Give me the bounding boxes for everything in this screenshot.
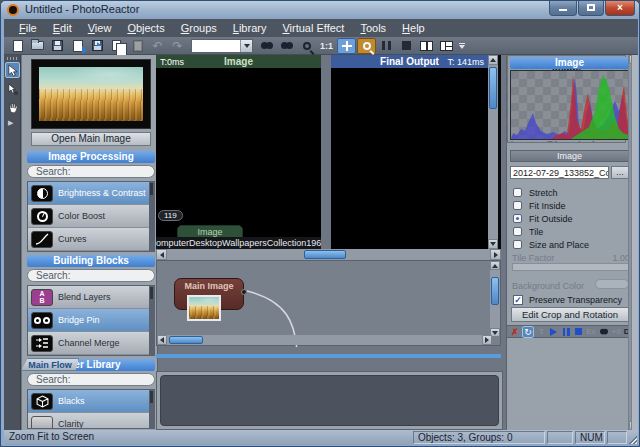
paste-button[interactable]	[128, 38, 147, 54]
fit-to-screen-button[interactable]	[337, 38, 356, 54]
find-prev-button[interactable]	[277, 38, 296, 54]
menu-file[interactable]: File	[12, 20, 44, 36]
node-vscrollbar[interactable]	[490, 261, 500, 337]
list-item[interactable]: AB Blend Layers	[28, 286, 154, 309]
select-tool-button[interactable]	[5, 62, 20, 78]
preserve-transparency-option[interactable]: ✓ Preserve Transparency	[513, 294, 622, 305]
list-item[interactable]: Brightness & Contrast	[28, 182, 154, 205]
option-tile[interactable]: Tile	[513, 226, 543, 237]
menu-view[interactable]: View	[81, 20, 119, 36]
import-button[interactable]	[68, 38, 87, 54]
open-main-image-button[interactable]: Open Main Image	[31, 132, 151, 146]
menu-help[interactable]: Help	[395, 20, 432, 36]
vscroll-thumb[interactable]	[489, 67, 497, 109]
scroll-right-button[interactable]	[490, 249, 501, 260]
search-input-building-blocks[interactable]: Search:	[27, 269, 155, 282]
list-scrollbar[interactable]	[149, 390, 154, 428]
add-zero-button[interactable]: +0	[612, 326, 621, 337]
vscroll-thumb[interactable]	[491, 277, 499, 305]
checkbox-checked-icon[interactable]: ✓	[513, 295, 523, 305]
text-tool-button[interactable]: T	[537, 326, 546, 337]
find-button[interactable]	[599, 326, 609, 337]
toolstrip-grip[interactable]	[7, 57, 18, 60]
redo-button[interactable]: ↷	[168, 38, 187, 54]
maximize-button[interactable]	[578, 1, 604, 16]
list-item[interactable]: Blacks	[28, 390, 154, 413]
menu-tools[interactable]: Tools	[353, 20, 393, 36]
auto-refresh-button[interactable]: ↻	[522, 326, 533, 338]
edit-crop-rotation-button[interactable]: Edit Crop and Rotation	[511, 307, 629, 322]
stop-button[interactable]	[397, 38, 416, 54]
select-special-tool-button[interactable]	[5, 81, 20, 97]
menu-library[interactable]: Library	[226, 20, 274, 36]
find-next-button[interactable]	[257, 38, 276, 54]
scroll-right-button[interactable]	[482, 335, 492, 345]
search-input-user-library[interactable]: Search:	[27, 373, 155, 386]
node-editor-canvas[interactable]: Main Image	[156, 260, 501, 346]
final-output-body[interactable]	[331, 68, 488, 249]
list-item[interactable]: Curves	[28, 228, 154, 251]
copy-button[interactable]	[108, 38, 127, 54]
layout-button[interactable]	[437, 38, 456, 54]
hscroll-thumb[interactable]	[304, 250, 346, 259]
node-hscrollbar[interactable]	[157, 335, 492, 345]
split-view-button[interactable]	[417, 38, 436, 54]
timeline-panel-body[interactable]	[160, 375, 499, 426]
browse-button[interactable]: ...	[611, 166, 629, 179]
menu-edit[interactable]: Edit	[46, 20, 79, 36]
preview-vscrollbar[interactable]	[488, 55, 498, 249]
inspector-scrollbar[interactable]	[631, 55, 638, 430]
zoom-actual-button[interactable]: 1:1	[317, 38, 336, 54]
list-item[interactable]: Color Boost	[28, 205, 154, 228]
tile-factor-slider[interactable]	[512, 263, 629, 271]
list-scrollbar[interactable]	[149, 286, 154, 355]
option-fit-outside[interactable]: Fit Outside	[513, 213, 573, 224]
image-pane-body[interactable]: 119 Image omputerDesktopWallpapersCollec…	[156, 68, 321, 249]
export-button[interactable]	[88, 38, 107, 54]
option-size-and-place[interactable]: Size and Place	[513, 239, 589, 250]
combobox-dropdown-button[interactable]	[240, 40, 252, 52]
list-item[interactable]: Bridge Pin	[28, 309, 154, 332]
scroll-down-button[interactable]	[488, 239, 498, 249]
resize-grip[interactable]	[628, 430, 638, 445]
filename-field[interactable]: 2012-07-29_133852_Compu	[510, 166, 609, 179]
new-button[interactable]	[8, 38, 27, 54]
abort-icon[interactable]: ✗	[510, 326, 519, 337]
play-button[interactable]	[549, 326, 558, 337]
pan-tool-button[interactable]	[5, 100, 20, 116]
hscroll-thumb[interactable]	[169, 336, 203, 344]
inspector-header[interactable]: Image	[510, 57, 629, 69]
toolstrip-expander[interactable]: ▶	[8, 119, 13, 127]
scroll-up-button[interactable]	[490, 261, 500, 270]
node-output-pin[interactable]	[241, 289, 247, 295]
search-input-image-processing[interactable]: Search:	[27, 165, 155, 178]
menu-virtual-effect[interactable]: Virtual Effect	[275, 20, 351, 36]
background-color-swatch[interactable]	[595, 279, 629, 289]
list-scrollbar[interactable]	[149, 182, 154, 251]
section-header-image-processing[interactable]: Image Processing	[27, 151, 155, 163]
zoom-tool-button[interactable]	[357, 38, 376, 54]
scroll-up-button[interactable]	[488, 55, 498, 65]
open-button[interactable]	[28, 38, 47, 54]
tab-main-flow[interactable]: Main Flow	[21, 358, 79, 371]
zoom-in-button[interactable]	[297, 38, 316, 54]
node-thumbnail[interactable]	[187, 295, 221, 321]
save-button[interactable]	[48, 38, 67, 54]
list-item[interactable]: Channel Merge	[28, 332, 154, 355]
scroll-left-button[interactable]	[157, 335, 167, 345]
minimize-button[interactable]	[549, 1, 577, 16]
toolbar-overflow-button[interactable]	[459, 43, 465, 49]
menu-objects[interactable]: Objects	[120, 20, 171, 36]
pause-button[interactable]	[377, 38, 396, 54]
main-image-thumbnail[interactable]	[39, 67, 143, 121]
close-button[interactable]: ×	[605, 1, 635, 16]
option-stretch[interactable]: Stretch	[513, 187, 558, 198]
menu-groups[interactable]: Groups	[174, 20, 224, 36]
effect-combobox[interactable]	[191, 39, 253, 53]
pane-splitter[interactable]	[321, 55, 331, 249]
scroll-left-button[interactable]	[156, 249, 167, 260]
list-item[interactable]: Clarity	[28, 413, 154, 429]
list-item[interactable]	[28, 251, 154, 252]
preview-hscrollbar[interactable]	[156, 249, 501, 260]
stop-button[interactable]	[574, 326, 583, 337]
